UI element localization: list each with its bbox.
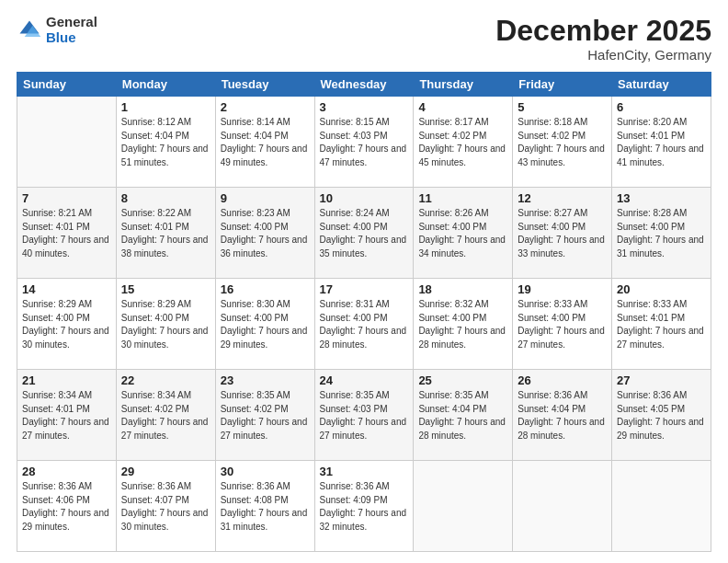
day-info: Sunrise: 8:21 AM Sunset: 4:01 PM Dayligh… — [22, 207, 111, 260]
day-number: 22 — [121, 373, 210, 387]
day-info: Sunrise: 8:34 AM Sunset: 4:02 PM Dayligh… — [121, 389, 210, 442]
table-row: 28Sunrise: 8:36 AM Sunset: 4:06 PM Dayli… — [17, 461, 117, 552]
day-number: 15 — [121, 282, 210, 296]
day-number: 26 — [518, 373, 607, 387]
day-info: Sunrise: 8:27 AM Sunset: 4:00 PM Dayligh… — [518, 207, 607, 260]
table-row: 5Sunrise: 8:18 AM Sunset: 4:02 PM Daylig… — [513, 97, 612, 188]
logo-general-text: General — [46, 15, 97, 30]
day-info: Sunrise: 8:36 AM Sunset: 4:05 PM Dayligh… — [617, 389, 706, 442]
day-info: Sunrise: 8:24 AM Sunset: 4:00 PM Dayligh… — [320, 207, 409, 260]
table-row: 18Sunrise: 8:32 AM Sunset: 4:00 PM Dayli… — [414, 279, 513, 370]
header: General Blue December 2025 HafenCity, Ge… — [17, 15, 711, 63]
day-number: 28 — [22, 465, 111, 478]
table-row: 16Sunrise: 8:30 AM Sunset: 4:00 PM Dayli… — [215, 279, 314, 370]
day-info: Sunrise: 8:35 AM Sunset: 4:04 PM Dayligh… — [418, 389, 507, 442]
table-row — [513, 461, 612, 552]
day-number: 4 — [418, 100, 507, 114]
day-info: Sunrise: 8:36 AM Sunset: 4:06 PM Dayligh… — [22, 480, 111, 534]
table-row: 3Sunrise: 8:15 AM Sunset: 4:03 PM Daylig… — [314, 97, 414, 188]
header-sunday: Sunday — [17, 73, 117, 97]
day-number: 2 — [221, 100, 310, 114]
day-number: 10 — [320, 191, 409, 205]
table-row: 7Sunrise: 8:21 AM Sunset: 4:01 PM Daylig… — [17, 188, 117, 279]
calendar-week-row: 7Sunrise: 8:21 AM Sunset: 4:01 PM Daylig… — [17, 188, 711, 279]
day-info: Sunrise: 8:18 AM Sunset: 4:02 PM Dayligh… — [518, 116, 607, 169]
day-info: Sunrise: 8:17 AM Sunset: 4:02 PM Dayligh… — [418, 116, 507, 169]
table-row: 4Sunrise: 8:17 AM Sunset: 4:02 PM Daylig… — [414, 97, 513, 188]
table-row: 13Sunrise: 8:28 AM Sunset: 4:00 PM Dayli… — [612, 188, 711, 279]
table-row: 1Sunrise: 8:12 AM Sunset: 4:04 PM Daylig… — [116, 97, 215, 188]
day-info: Sunrise: 8:20 AM Sunset: 4:01 PM Dayligh… — [617, 116, 706, 169]
month-title: December 2025 — [495, 15, 711, 47]
table-row: 26Sunrise: 8:36 AM Sunset: 4:04 PM Dayli… — [513, 370, 612, 461]
table-row: 14Sunrise: 8:29 AM Sunset: 4:00 PM Dayli… — [17, 279, 117, 370]
day-info: Sunrise: 8:23 AM Sunset: 4:00 PM Dayligh… — [221, 207, 310, 260]
day-number: 31 — [320, 465, 409, 478]
table-row: 11Sunrise: 8:26 AM Sunset: 4:00 PM Dayli… — [414, 188, 513, 279]
table-row: 20Sunrise: 8:33 AM Sunset: 4:01 PM Dayli… — [612, 279, 711, 370]
day-info: Sunrise: 8:22 AM Sunset: 4:01 PM Dayligh… — [121, 207, 210, 260]
day-number: 19 — [518, 282, 607, 296]
day-info: Sunrise: 8:36 AM Sunset: 4:07 PM Dayligh… — [121, 480, 210, 534]
table-row: 17Sunrise: 8:31 AM Sunset: 4:00 PM Dayli… — [314, 279, 414, 370]
day-number: 27 — [617, 373, 706, 387]
day-number: 1 — [121, 100, 210, 114]
day-number: 3 — [320, 100, 409, 114]
day-info: Sunrise: 8:32 AM Sunset: 4:00 PM Dayligh… — [418, 298, 507, 351]
day-number: 7 — [22, 191, 111, 205]
table-row: 27Sunrise: 8:36 AM Sunset: 4:05 PM Dayli… — [612, 370, 711, 461]
table-row — [17, 97, 117, 188]
table-row: 2Sunrise: 8:14 AM Sunset: 4:04 PM Daylig… — [215, 97, 314, 188]
calendar-week-row: 28Sunrise: 8:36 AM Sunset: 4:06 PM Dayli… — [17, 461, 711, 552]
day-info: Sunrise: 8:26 AM Sunset: 4:00 PM Dayligh… — [418, 207, 507, 260]
table-row: 12Sunrise: 8:27 AM Sunset: 4:00 PM Dayli… — [513, 188, 612, 279]
table-row: 23Sunrise: 8:35 AM Sunset: 4:02 PM Dayli… — [215, 370, 314, 461]
table-row: 29Sunrise: 8:36 AM Sunset: 4:07 PM Dayli… — [116, 461, 215, 552]
day-info: Sunrise: 8:14 AM Sunset: 4:04 PM Dayligh… — [221, 116, 310, 169]
day-number: 24 — [320, 373, 409, 387]
header-friday: Friday — [513, 73, 612, 97]
day-info: Sunrise: 8:33 AM Sunset: 4:01 PM Dayligh… — [617, 298, 706, 351]
calendar-week-row: 21Sunrise: 8:34 AM Sunset: 4:01 PM Dayli… — [17, 370, 711, 461]
day-number: 20 — [617, 282, 706, 296]
day-info: Sunrise: 8:36 AM Sunset: 4:09 PM Dayligh… — [320, 480, 409, 534]
header-thursday: Thursday — [414, 73, 513, 97]
day-number: 6 — [617, 100, 706, 114]
day-info: Sunrise: 8:30 AM Sunset: 4:00 PM Dayligh… — [221, 298, 310, 351]
day-info: Sunrise: 8:35 AM Sunset: 4:03 PM Dayligh… — [320, 389, 409, 442]
day-number: 12 — [518, 191, 607, 205]
table-row: 9Sunrise: 8:23 AM Sunset: 4:00 PM Daylig… — [215, 188, 314, 279]
table-row: 21Sunrise: 8:34 AM Sunset: 4:01 PM Dayli… — [17, 370, 117, 461]
calendar-header-row: Sunday Monday Tuesday Wednesday Thursday… — [17, 73, 711, 97]
day-info: Sunrise: 8:28 AM Sunset: 4:00 PM Dayligh… — [617, 207, 706, 260]
day-info: Sunrise: 8:36 AM Sunset: 4:04 PM Dayligh… — [518, 389, 607, 442]
location-subtitle: HafenCity, Germany — [495, 47, 711, 63]
day-number: 30 — [221, 465, 310, 478]
day-number: 23 — [221, 373, 310, 387]
table-row: 25Sunrise: 8:35 AM Sunset: 4:04 PM Dayli… — [414, 370, 513, 461]
calendar-table: Sunday Monday Tuesday Wednesday Thursday… — [17, 72, 711, 552]
table-row: 24Sunrise: 8:35 AM Sunset: 4:03 PM Dayli… — [314, 370, 414, 461]
day-number: 14 — [22, 282, 111, 296]
day-info: Sunrise: 8:29 AM Sunset: 4:00 PM Dayligh… — [121, 298, 210, 351]
day-info: Sunrise: 8:15 AM Sunset: 4:03 PM Dayligh… — [320, 116, 409, 169]
day-info: Sunrise: 8:31 AM Sunset: 4:00 PM Dayligh… — [320, 298, 409, 351]
table-row: 6Sunrise: 8:20 AM Sunset: 4:01 PM Daylig… — [612, 97, 711, 188]
day-info: Sunrise: 8:36 AM Sunset: 4:08 PM Dayligh… — [221, 480, 310, 534]
day-info: Sunrise: 8:35 AM Sunset: 4:02 PM Dayligh… — [221, 389, 310, 442]
day-number: 8 — [121, 191, 210, 205]
day-number: 18 — [418, 282, 507, 296]
day-number: 11 — [418, 191, 507, 205]
calendar-week-row: 14Sunrise: 8:29 AM Sunset: 4:00 PM Dayli… — [17, 279, 711, 370]
logo-blue-text: Blue — [46, 30, 97, 46]
day-number: 13 — [617, 191, 706, 205]
day-info: Sunrise: 8:29 AM Sunset: 4:00 PM Dayligh… — [22, 298, 111, 351]
day-number: 21 — [22, 373, 111, 387]
day-number: 16 — [221, 282, 310, 296]
table-row: 31Sunrise: 8:36 AM Sunset: 4:09 PM Dayli… — [314, 461, 414, 552]
table-row: 19Sunrise: 8:33 AM Sunset: 4:00 PM Dayli… — [513, 279, 612, 370]
header-monday: Monday — [116, 73, 215, 97]
day-info: Sunrise: 8:33 AM Sunset: 4:00 PM Dayligh… — [518, 298, 607, 351]
header-tuesday: Tuesday — [215, 73, 314, 97]
page: General Blue December 2025 HafenCity, Ge… — [0, 0, 728, 563]
